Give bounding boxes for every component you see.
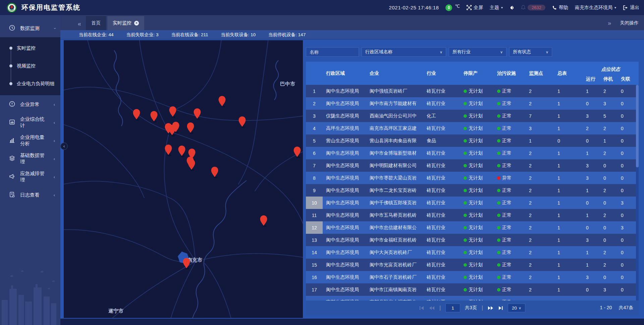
status-select-value: 所有状态 [513,49,531,55]
table-row[interactable]: 5营山生态环境局营山县润丰肉食品有限食品无计划正常10010 [306,134,636,147]
table-row[interactable]: 16阆中生态环境局阆中市石子页岩机砖厂砖瓦行业无计划正常21300 [306,271,636,283]
tabs-scroll-left-button[interactable]: « [78,21,81,27]
cell-stop-production: 无计划 [460,113,494,119]
region-select[interactable]: 行政区域名称 ∨ [362,47,446,57]
fullscreen-button[interactable]: 全屏 [467,5,483,11]
tabs-scroll-right-button[interactable]: » [608,20,611,26]
table-row[interactable]: 2阆中生态环境局阆中市南方节能建材有砖瓦行业无计划正常21030 [306,97,636,110]
theme-button[interactable]: 主题 ▾ [490,5,503,11]
sidebar-item-日志查看[interactable]: 日志查看‹ [0,186,60,204]
pager-divider: | [439,305,441,311]
map-pin-shadow [167,155,171,156]
table-row[interactable]: 11阆中生态环境局阆中市五马桥页岩机砖砖瓦行业无计划正常21120 [306,209,636,221]
prev-page-button[interactable] [429,306,435,310]
sidebar-subitem-视频监控[interactable]: 视频监控 [0,57,60,75]
tab-首页[interactable]: 首页 [86,16,106,30]
sidebar-item-数据监测[interactable]: 数据监测‹ [0,19,60,37]
table-row[interactable]: 6阆中生态环境局阆中市金博瑞新型墙材砖瓦行业无计划正常21120 [306,147,636,159]
industry-select[interactable]: 所有行业 ∨ [449,47,506,57]
cell-region: 阆中生态环境局 [323,101,366,107]
page-size-select[interactable]: 20 ∨ [508,304,525,312]
map-pin-shadow [214,177,218,178]
sidebar-item-企业用电量分析[interactable]: 企业用电量分析‹ [0,131,60,150]
map-panel[interactable]: 巴中市南充市遂宁市 [64,40,303,318]
tab-close-icon[interactable]: × [134,21,139,25]
map-pin-shadow [175,132,179,133]
organization-menu[interactable]: 南充市生态环境局 ▾ [575,5,616,11]
status-dot-green [497,201,500,205]
sidebar: 数据监测‹实时监控视频监控企业电力负荷明细企业异常‹企业综合统计‹企业用电量分析… [0,15,60,325]
table-row[interactable]: 7阆中生态环境局阆中明阳建材有限公司砖瓦行业无计划正常21300 [306,159,636,172]
status-dot-green [497,114,500,118]
mute-button[interactable] [509,5,514,10]
cell-stopped: 0 [600,275,618,280]
status-dot-green [464,288,467,291]
tab-实时监控[interactable]: 实时监控× [107,16,144,30]
cell-stop-production: 无计划 [460,187,494,194]
table-row[interactable]: 3仪陇生态环境局西南油气田分公司川中化工无计划正常71350 [306,110,636,122]
cell-stop-production: 无计划 [460,237,494,243]
first-page-button[interactable] [419,306,424,310]
pagination-bar: | 共3页 | 20 ∨ 1 - 20 共47条 [306,301,639,315]
scrollbar-thumb[interactable] [636,85,639,167]
sidebar-item-基础数据管理[interactable]: 基础数据管理‹ [0,150,60,168]
header-company: 企业 [366,62,423,85]
table-row[interactable]: 13阆中生态环境局阆中市金福旺页岩机砖砖瓦行业无计划正常21300 [306,234,636,246]
row-number: 6 [306,147,323,159]
sidebar-subitem-企业电力负荷明细[interactable]: 企业电力负荷明细 [0,75,60,93]
table-row[interactable]: 1阆中生态环境局阆中强锐页岩砖厂砖瓦行业无计划正常21120 [306,85,636,97]
logout-button[interactable]: 退出 [623,5,639,11]
cell-running: 3 [583,113,600,119]
cell-stop-production: 无计划 [460,163,494,169]
status-dot-green [497,189,500,192]
table-row[interactable]: 15阆中生态环境局阆中市光富页岩机砖厂砖瓦行业无计划正常21120 [306,259,636,271]
cell-company: 阆中市五马桥页岩机砖 [366,212,423,218]
help-button[interactable]: 帮助 [552,5,568,11]
region-select-value: 行政区域名称 [365,49,392,55]
table-row[interactable]: 14阆中生态环境局阆中大兴页岩机砖厂砖瓦行业无计划正常21120 [306,246,636,259]
cell-offline: 3 [618,225,636,230]
cell-company: 阆中市金博瑞新型墙材 [366,150,423,156]
cell-region: 阆中生态环境局 [323,274,366,280]
theme-label: 主题 [490,5,499,11]
organization-label: 南充市生态环境局 [575,5,612,11]
table-row[interactable]: 8阆中生态环境局阆中市枣碧大梁山页岩砖瓦行业无计划异常21300 [306,172,636,184]
table-row[interactable]: 10阆中生态环境局阆中千佛镇五郎垭页岩砖瓦行业无计划正常21003 [306,197,636,209]
cell-region: 阆中生态环境局 [323,262,366,268]
sidebar-collapse-button[interactable]: ‹ [60,143,68,150]
map-canvas[interactable]: 巴中市南充市遂宁市 [64,40,303,318]
cell-stopped: 0 [600,237,618,243]
cell-industry: 砖瓦行业 [423,175,460,181]
row-number: 15 [306,259,323,271]
table-row[interactable]: 17阆中生态环境局阆中市江南镇阆南页岩砖瓦行业无计划正常21030 [306,283,636,296]
sidebar-item-应急减排管理[interactable]: 应急减排管理‹ [0,168,60,186]
chevron-down-icon: ∨ [500,50,503,54]
name-search-input[interactable] [310,50,355,55]
cell-running: 1 [583,262,600,268]
sidebar-subitem-实时监控[interactable]: 实时监控 [0,39,60,57]
cell-total-meters: 1 [554,151,583,156]
sidebar-item-企业异常[interactable]: 企业异常‹ [0,95,60,113]
table-row[interactable]: 18南部生态环境局南部县瑞华水泥有限公建材加工无计划正常60060 [306,296,636,301]
notification-area[interactable]: 2632 [521,5,545,10]
sidebar-item-企业综合统计[interactable]: 企业综合统计‹ [0,113,60,131]
cell-total-meters: 1 [554,126,583,131]
header-offline: 失联 [618,73,639,85]
row-number: 1 [306,85,323,97]
last-page-button[interactable] [498,306,503,310]
cell-stop-production: 无计划 [460,175,494,181]
cell-total-meters: 1 [554,163,583,168]
page-number-input[interactable] [445,304,460,312]
status-select[interactable]: 所有状态 ∨ [509,47,552,57]
table-row[interactable]: 4高坪生态环境局南充市高坪区王家店建砖瓦行业无计划正常31220 [306,122,636,134]
header-point-status: 点位状态 [583,62,639,73]
map-city-label-巴中市: 巴中市 [280,81,295,87]
table-scrollbar[interactable] [636,85,639,301]
status-dot-green [464,176,467,180]
close-operations-button[interactable]: 关闭操作 [620,20,639,26]
status-dot-green [464,90,467,93]
next-page-button[interactable] [488,306,493,310]
table-row[interactable]: 12阆中生态环境局阆中市忠信建材有限公砖瓦行业无计划正常21003 [306,221,636,234]
sidebar-nav: 数据监测‹实时监控视频监控企业电力负荷明细企业异常‹企业综合统计‹企业用电量分析… [0,15,60,204]
table-row[interactable]: 9阆中生态环境局阆中市二龙长宝页岩砖砖瓦行业无计划正常21120 [306,184,636,197]
